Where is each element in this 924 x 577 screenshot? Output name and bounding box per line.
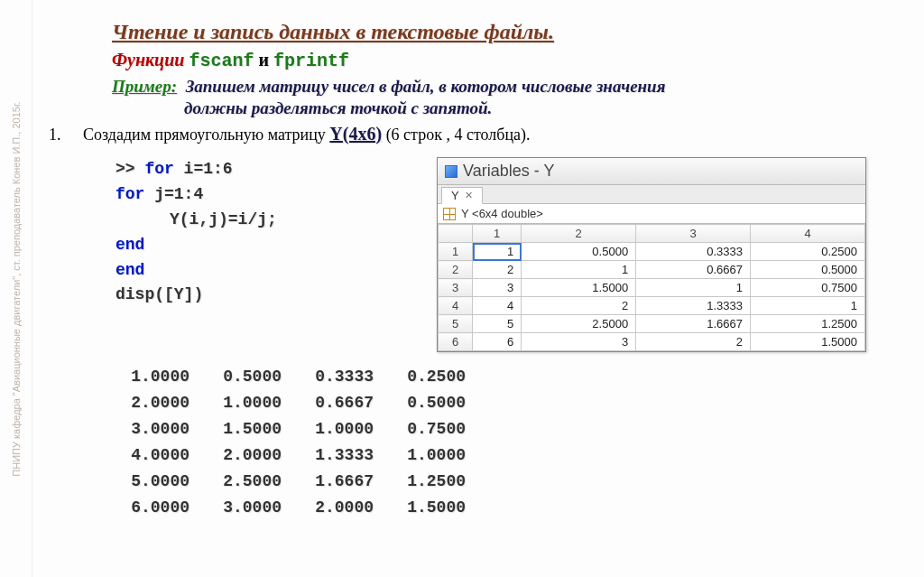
functions-label: Функции <box>112 50 185 70</box>
cell[interactable]: 1 <box>751 297 865 315</box>
sidebar-caption: ПНИПУ кафедра "Авиационные двигатели", с… <box>11 101 22 476</box>
code-l1c: i=1:6 <box>174 160 233 178</box>
output-cell: 0.3333 <box>307 365 397 389</box>
table-row: 110.50000.33330.2500 <box>439 243 865 261</box>
cell[interactable]: 5 <box>473 315 522 333</box>
func-fprintf: fprintf <box>273 51 349 71</box>
func-fscanf: fscanf <box>189 51 254 71</box>
cell[interactable]: 2.5000 <box>522 315 636 333</box>
cell[interactable]: 2 <box>636 333 751 351</box>
output-cell: 0.5000 <box>215 365 305 389</box>
cell[interactable]: 1.2500 <box>751 315 865 333</box>
output-cell: 4.0000 <box>123 443 213 468</box>
output-row: 5.00002.50001.66671.2500 <box>123 470 489 494</box>
cell[interactable]: 1.5000 <box>522 279 636 297</box>
output-cell: 3.0000 <box>215 496 305 520</box>
output-cell: 0.2500 <box>399 365 489 389</box>
output-cell: 2.0000 <box>215 443 305 468</box>
code-l2b: j=1:4 <box>144 185 203 203</box>
code-prompt: >> <box>116 160 144 178</box>
cell[interactable]: 0.2500 <box>751 243 865 261</box>
window-icon <box>445 165 457 178</box>
output-cell: 2.5000 <box>215 470 305 494</box>
row-header[interactable]: 2 <box>439 261 473 279</box>
cell[interactable]: 0.5000 <box>522 243 636 261</box>
cell[interactable]: 0.7500 <box>751 279 865 297</box>
cell[interactable]: 3 <box>473 279 522 297</box>
output-cell: 1.2500 <box>399 470 489 494</box>
output-cell: 1.5000 <box>215 417 305 442</box>
output-cell: 3.0000 <box>123 417 213 442</box>
kw-for-1: for <box>144 160 173 178</box>
step-1: 1. Создадим прямоугольную матрицу Y(4x6)… <box>49 124 888 144</box>
cell[interactable]: 0.5000 <box>751 261 865 279</box>
cell[interactable]: 1 <box>636 279 751 297</box>
sidebar: ПНИПУ кафедра "Авиационные двигатели", с… <box>0 0 32 577</box>
cell[interactable]: 0.6667 <box>636 261 751 279</box>
kw-for-2: for <box>116 185 144 203</box>
output-cell: 2.0000 <box>307 496 397 520</box>
output-row: 2.00001.00000.66670.5000 <box>123 391 489 415</box>
output-cell: 1.0000 <box>123 365 213 389</box>
code-disp: disp([Y]) <box>116 285 203 303</box>
table-row: 331.500010.7500 <box>439 279 865 297</box>
close-icon[interactable]: ✕ <box>465 190 473 201</box>
output-cell: 1.3333 <box>307 443 397 468</box>
cell[interactable]: 3 <box>522 333 636 351</box>
row-header[interactable]: 1 <box>439 243 473 261</box>
variable-desc-text: Y <6x4 double> <box>461 207 543 220</box>
tab-y[interactable]: Y ✕ <box>441 187 483 204</box>
output-row: 3.00001.50001.00000.7500 <box>123 417 489 442</box>
variables-window: Variables - Y Y ✕ Y <6x4 double> 1234 11… <box>437 157 866 352</box>
cell[interactable]: 1.3333 <box>636 297 751 315</box>
step-text-b: (6 строк , 4 столбца). <box>386 126 531 144</box>
variable-description: Y <6x4 double> <box>438 204 865 224</box>
output-cell: 2.0000 <box>123 391 213 415</box>
example-text-2: должны разделяться точкой с запятой. <box>112 98 888 118</box>
output-cell: 1.5000 <box>399 496 489 520</box>
grid-icon <box>443 208 456 220</box>
cell[interactable]: 2 <box>522 297 636 315</box>
col-header[interactable]: 2 <box>522 225 636 243</box>
example-line: Пример: Запишем матрицу чисел в файл, в … <box>112 77 888 97</box>
row-header[interactable]: 6 <box>439 333 473 351</box>
window-titlebar[interactable]: Variables - Y <box>438 158 865 185</box>
variable-table[interactable]: 1234 110.50000.33330.25002210.66670.5000… <box>438 224 865 351</box>
window-title-text: Variables - Y <box>463 162 554 181</box>
output-cell: 1.6667 <box>307 470 397 494</box>
cell[interactable]: 2 <box>473 261 522 279</box>
col-header[interactable]: 4 <box>751 225 865 243</box>
page-title: Чтение и запись данных в текстовые файлы… <box>112 20 888 44</box>
kw-end-2: end <box>116 261 144 279</box>
slide-content: Чтение и запись данных в текстовые файлы… <box>40 0 924 522</box>
output-row: 4.00002.00001.33331.0000 <box>123 443 489 468</box>
step-number: 1. <box>49 126 61 144</box>
table-row: 66321.5000 <box>439 333 865 351</box>
output-cell: 0.5000 <box>399 391 489 415</box>
output-cell: 1.0000 <box>307 417 397 442</box>
row-header[interactable]: 3 <box>439 279 473 297</box>
kw-end-1: end <box>116 236 144 254</box>
output-cell: 0.7500 <box>399 417 489 442</box>
col-header[interactable]: 1 <box>473 225 522 243</box>
row-header[interactable]: 4 <box>439 297 473 315</box>
col-header[interactable]: 3 <box>636 225 751 243</box>
cell[interactable]: 6 <box>473 333 522 351</box>
tab-row: Y ✕ <box>438 185 865 204</box>
cell[interactable]: 1.5000 <box>751 333 865 351</box>
example-label: Пример: <box>112 77 177 96</box>
cell[interactable]: 4 <box>473 297 522 315</box>
cell[interactable]: 1 <box>522 261 636 279</box>
cell[interactable]: 0.3333 <box>636 243 751 261</box>
table-row: 552.50001.66671.2500 <box>439 315 865 333</box>
example-text-1: Запишем матрицу чисел в файл, в котором … <box>186 77 666 96</box>
table-row: 4421.33331 <box>439 297 865 315</box>
functions-line: Функции fscanf и fprintf <box>112 50 888 71</box>
cell[interactable]: 1.6667 <box>636 315 751 333</box>
tab-label: Y <box>451 189 459 202</box>
code-block: >> for i=1:6 for j=1:4 Y(i,j)=i/j; end e… <box>116 157 419 308</box>
output-cell: 5.0000 <box>123 470 213 494</box>
row-header[interactable]: 5 <box>439 315 473 333</box>
corner-cell <box>439 225 473 243</box>
cell[interactable]: 1 <box>473 243 522 261</box>
